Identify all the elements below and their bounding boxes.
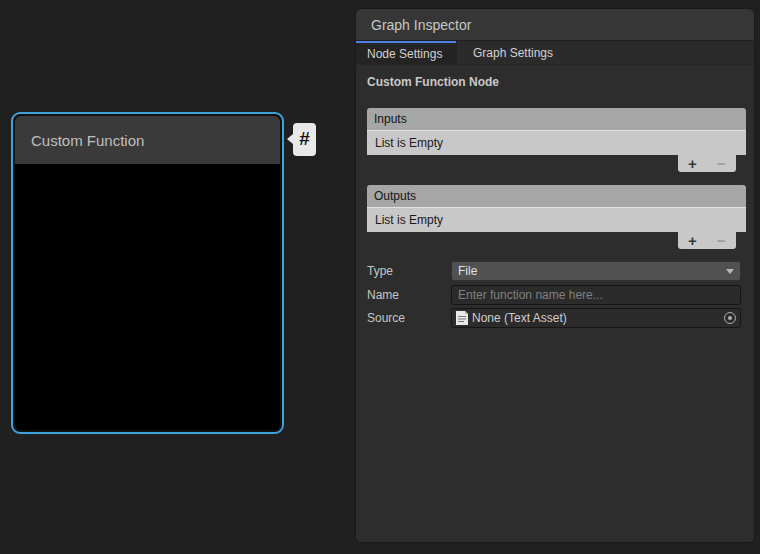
- outputs-list-footer: + −: [367, 232, 746, 249]
- inputs-empty-label: List is Empty: [375, 136, 443, 150]
- node-badge[interactable]: #: [287, 122, 316, 156]
- inputs-list: Inputs List is Empty + −: [367, 108, 746, 172]
- tab-node-settings-label: Node Settings: [367, 47, 442, 61]
- inputs-list-title: Inputs: [374, 112, 407, 126]
- inputs-remove-button[interactable]: −: [710, 156, 734, 171]
- hash-icon: #: [293, 123, 316, 156]
- type-row: Type File: [367, 261, 741, 281]
- outputs-list: Outputs List is Empty + −: [367, 185, 746, 249]
- section-title: Custom Function Node: [367, 75, 499, 89]
- outputs-list-header: Outputs: [367, 185, 746, 208]
- node-header[interactable]: Custom Function: [15, 116, 280, 164]
- outputs-footer-box: + −: [678, 232, 736, 249]
- graph-inspector-panel: Graph Inspector Node Settings Graph Sett…: [355, 8, 755, 543]
- tab-graph-settings[interactable]: Graph Settings: [456, 41, 569, 64]
- inputs-add-button[interactable]: +: [681, 156, 705, 171]
- inputs-list-header: Inputs: [367, 108, 746, 131]
- object-picker-icon[interactable]: [724, 312, 736, 324]
- shader-graph-canvas[interactable]: { "canvas": { "node": { "title": "Custom…: [0, 0, 760, 554]
- type-label: Type: [367, 264, 451, 278]
- name-row: Name: [367, 285, 741, 305]
- panel-title: Graph Inspector: [371, 17, 471, 33]
- name-label: Name: [367, 288, 451, 302]
- tab-graph-settings-label: Graph Settings: [473, 46, 553, 60]
- text-asset-icon: [456, 311, 468, 325]
- outputs-add-button[interactable]: +: [681, 233, 705, 248]
- outputs-list-empty-row: List is Empty: [367, 208, 746, 232]
- node-preview-body: [15, 164, 280, 430]
- chevron-down-icon: [726, 269, 734, 274]
- outputs-list-title: Outputs: [374, 189, 416, 203]
- source-object-field[interactable]: None (Text Asset): [451, 308, 741, 328]
- source-label: Source: [367, 311, 451, 325]
- function-name-input[interactable]: [451, 285, 741, 305]
- source-row: Source None (Text Asset): [367, 308, 741, 328]
- tab-bar: Node Settings Graph Settings: [356, 41, 754, 65]
- node-title: Custom Function: [31, 132, 144, 149]
- panel-header[interactable]: Graph Inspector: [356, 9, 754, 41]
- outputs-empty-label: List is Empty: [375, 213, 443, 227]
- inputs-footer-box: + −: [678, 155, 736, 172]
- inputs-list-empty-row: List is Empty: [367, 131, 746, 155]
- source-object-value: None (Text Asset): [472, 311, 567, 325]
- inputs-list-footer: + −: [367, 155, 746, 172]
- outputs-remove-button[interactable]: −: [710, 233, 734, 248]
- tab-node-settings[interactable]: Node Settings: [356, 41, 456, 64]
- custom-function-node[interactable]: Custom Function: [11, 112, 284, 434]
- type-dropdown-value: File: [458, 264, 477, 278]
- type-dropdown[interactable]: File: [451, 261, 741, 281]
